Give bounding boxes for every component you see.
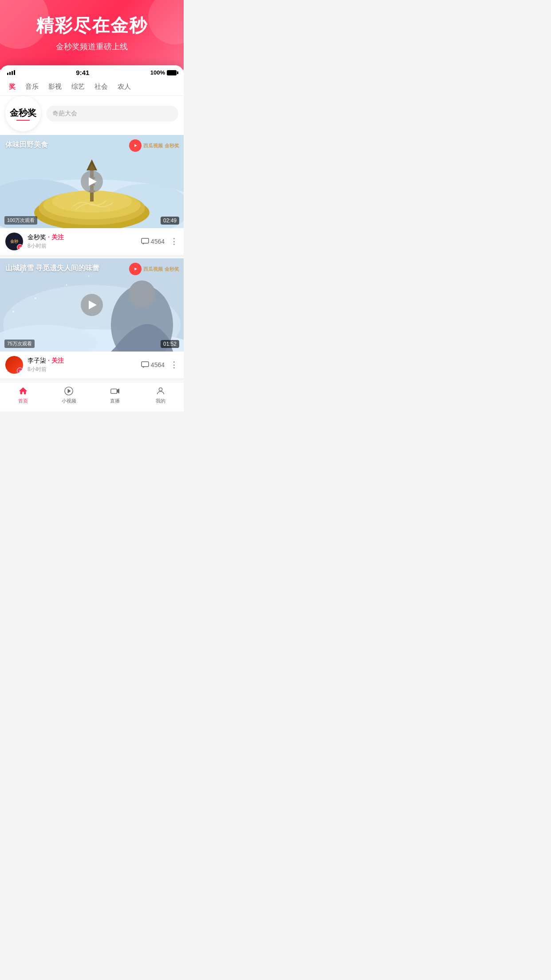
play-svg [64, 386, 74, 396]
brand-circle: 金秒奖 [5, 96, 41, 131]
svg-rect-31 [142, 362, 149, 367]
nav-live[interactable]: 直播 [92, 386, 138, 404]
video-title-overlay-1: 体味田野美食 [5, 140, 48, 150]
user-svg [156, 386, 165, 396]
tab-farmer[interactable]: 农人 [113, 80, 135, 94]
meta-info-2: 李子柒 · 关注 8小时前 [28, 357, 141, 373]
play-triangle-2 [89, 300, 97, 309]
signal-bar-1 [7, 73, 8, 75]
status-bar: 9:41 100% [0, 65, 184, 78]
comment-count-1[interactable]: 4564 [141, 238, 165, 245]
category-tabs: 奖 音乐 影视 综艺 社会 农人 [0, 78, 184, 96]
search-placeholder: 奇葩大会 [52, 110, 77, 118]
follow-btn-2[interactable]: · 关注 [48, 357, 64, 364]
brand-name: 金秒奖 [10, 107, 36, 119]
video-brand-badge-2: 西瓜视频 金秒奖 [129, 263, 179, 275]
home-svg [18, 386, 28, 396]
video-views-2: 75万次观看 [4, 340, 35, 348]
play-icon [63, 386, 74, 396]
brand-underline [16, 120, 30, 121]
video-duration-2: 01:52 [161, 340, 179, 348]
video-thumbnail-2[interactable]: 山城踏雪 寻觅遗失人间的味蕾 西瓜视频 金秒奖 75万次观看 01:52 [0, 258, 184, 352]
search-bar[interactable]: 奇葩大会 [46, 106, 178, 122]
brand-search-row: 金秒奖 奇葩大会 [0, 96, 184, 135]
bottom-navigation: 首页 小视频 直播 [0, 382, 184, 411]
meta-time-2: 8小时前 [28, 366, 141, 373]
avatar-2[interactable]: v [5, 356, 23, 374]
battery-fill [167, 71, 176, 75]
video-brand-badge-1: 西瓜视频 金秒奖 [129, 139, 179, 152]
home-icon [18, 386, 28, 396]
svg-marker-36 [117, 389, 119, 393]
phone-frame: 9:41 100% 奖 音乐 影视 综艺 社会 农人 金秒奖 奇葩大会 [0, 65, 184, 411]
nav-home[interactable]: 首页 [0, 386, 46, 404]
more-options-2[interactable]: ⋮ [170, 360, 178, 370]
follow-btn-1[interactable]: · 关注 [48, 233, 64, 241]
svg-rect-35 [111, 389, 117, 393]
play-triangle-1 [89, 177, 97, 186]
play-button-1[interactable] [81, 170, 103, 193]
comment-count-2[interactable]: 4564 [141, 361, 165, 368]
svg-marker-34 [68, 389, 71, 392]
svg-point-37 [159, 388, 162, 391]
nav-short-video[interactable]: 小视频 [46, 386, 92, 404]
promo-title: 精彩尽在金秒 [9, 13, 175, 38]
video-meta-2: v 李子柒 · 关注 8小时前 4564 ⋮ [0, 352, 184, 381]
avatar-vbadge-2: v [17, 368, 23, 374]
signal-bar-4 [14, 70, 15, 75]
camera-icon [110, 386, 120, 396]
jinsec-badge-1: 金秒奖 [165, 142, 179, 149]
meta-time-1: 8小时前 [28, 242, 141, 250]
video-card-1: 体味田野美食 西瓜视频 金秒奖 100万次观看 02:49 [0, 135, 184, 257]
tab-film[interactable]: 影视 [44, 80, 66, 94]
battery-icon [167, 70, 177, 75]
svg-point-26 [35, 297, 36, 299]
svg-point-23 [129, 281, 155, 307]
video-card-2: 山城踏雪 寻觅遗失人间的味蕾 西瓜视频 金秒奖 75万次观看 01:52 [0, 258, 184, 381]
tab-variety[interactable]: 综艺 [67, 80, 89, 94]
svg-point-28 [12, 311, 14, 312]
svg-point-25 [66, 285, 67, 286]
channel-name-1: 金秒奖 · 关注 [28, 233, 141, 241]
promo-subtitle: 金秒奖频道重磅上线 [9, 41, 175, 52]
nav-home-label: 首页 [18, 398, 28, 404]
avatar-icon-1: 金秒 [10, 239, 18, 245]
nav-profile-label: 我的 [156, 398, 165, 404]
svg-rect-16 [142, 238, 149, 243]
video-thumbnail-1[interactable]: 体味田野美食 西瓜视频 金秒奖 100万次观看 02:49 [0, 135, 184, 228]
nav-profile[interactable]: 我的 [138, 386, 184, 404]
xigua-logo-2 [129, 263, 142, 275]
xigua-badge-text-2: 西瓜视频 [143, 266, 163, 273]
avatar-vbadge-1: v [17, 244, 23, 250]
tab-jin[interactable]: 奖 [4, 80, 20, 94]
meta-actions-1: 4564 ⋮ [141, 237, 178, 246]
battery-percent: 100% [150, 69, 165, 76]
camera-svg [110, 386, 120, 396]
tab-society[interactable]: 社会 [90, 80, 112, 94]
nav-short-label: 小视频 [62, 398, 76, 404]
signal-bar-2 [9, 72, 11, 75]
xigua-icon [132, 142, 139, 149]
meta-actions-2: 4564 ⋮ [141, 360, 178, 370]
nav-live-label: 直播 [110, 398, 120, 404]
tab-music[interactable]: 音乐 [21, 80, 43, 94]
video-views-1: 100万次观看 [4, 216, 37, 225]
status-time: 9:41 [76, 69, 89, 76]
promo-banner: 精彩尽在金秒 金秒奖频道重磅上线 [0, 0, 184, 70]
signal-bar-3 [12, 71, 13, 75]
xigua-icon-2 [132, 265, 139, 273]
video-title-overlay-2: 山城踏雪 寻觅遗失人间的味蕾 [5, 264, 99, 273]
battery-area: 100% [150, 69, 177, 76]
more-options-1[interactable]: ⋮ [170, 237, 178, 246]
xigua-badge-text-1: 西瓜视频 [143, 142, 163, 149]
svg-point-27 [88, 276, 90, 277]
comment-icon-1 [141, 238, 149, 245]
channel-name-2: 李子柒 · 关注 [28, 357, 141, 365]
jinsec-badge-2: 金秒奖 [165, 266, 179, 273]
video-meta-1: 金秒 v 金秒奖 · 关注 8小时前 4564 ⋮ [0, 228, 184, 257]
avatar-1[interactable]: 金秒 v [5, 233, 23, 250]
video-duration-1: 02:49 [161, 217, 179, 225]
play-button-2[interactable] [81, 294, 103, 316]
user-icon [155, 386, 166, 396]
signal-indicator [7, 70, 15, 75]
